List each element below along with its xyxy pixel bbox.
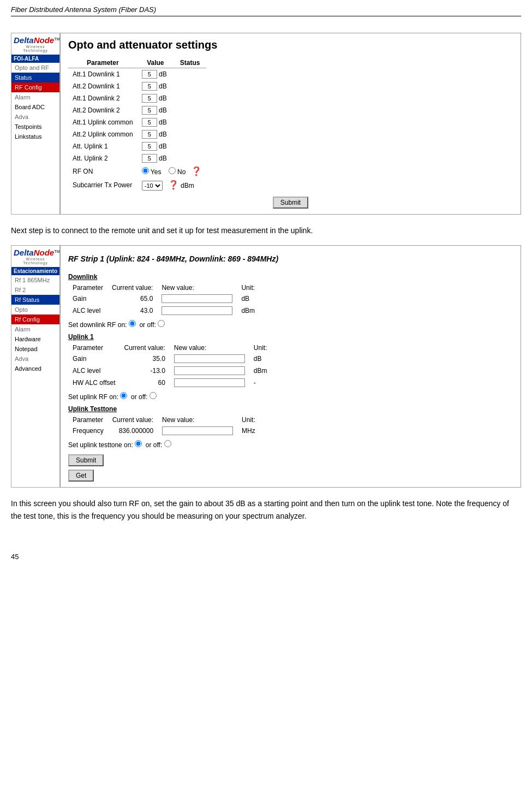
ul-gain-current: 35.0 bbox=[119, 353, 169, 365]
submit-button-2[interactable]: Submit bbox=[68, 454, 104, 466]
att1-ul-common-input[interactable] bbox=[142, 118, 157, 127]
uplink-rf-off-radio[interactable] bbox=[150, 392, 157, 399]
get-button[interactable]: Get bbox=[68, 470, 94, 482]
sidebar-logo-1: DeltaNodeTM Wireless Technology bbox=[11, 33, 59, 55]
ul-hw-alc-current: 60 bbox=[119, 377, 169, 389]
att1-dl1-input[interactable] bbox=[142, 70, 157, 79]
dl-alc-unit: dBm bbox=[237, 305, 259, 317]
logo-node-2: Node bbox=[34, 248, 55, 257]
ul-hw-alc-unit: - bbox=[249, 377, 272, 389]
dl-col-new: New value: bbox=[157, 283, 237, 293]
att2-dl2-input[interactable] bbox=[142, 106, 157, 115]
rf-on-yes-radio[interactable] bbox=[142, 167, 149, 174]
table-row: Att.1 Downlink 2 dB bbox=[68, 92, 206, 104]
downlink-section-label: Downlink bbox=[68, 273, 513, 281]
set-uplink-rf-row: Set uplink RF on: or off: bbox=[68, 392, 513, 401]
param-label: RF ON bbox=[68, 164, 138, 178]
sidebar2-adva[interactable]: Adva bbox=[11, 354, 59, 364]
att-ul2-input[interactable] bbox=[142, 154, 157, 163]
settings-table-1: Parameter Value Status Att.1 Downlink 1 … bbox=[68, 58, 206, 192]
rf-on-yes-label[interactable]: Yes bbox=[142, 168, 163, 176]
dl-alc-label: ALC level bbox=[68, 305, 107, 317]
sidebar-item-alarm[interactable]: Alarm bbox=[11, 92, 59, 102]
sidebar-item-adva[interactable]: Adva bbox=[11, 112, 59, 122]
sidebar-item-linkstatus[interactable]: Linkstatus bbox=[11, 132, 59, 141]
ul-alc-unit: dBm bbox=[249, 365, 272, 377]
sidebar2-opto[interactable]: Opto bbox=[11, 305, 59, 315]
table-row: Gain 65.0 dB bbox=[68, 293, 259, 305]
dl-col-unit: Unit: bbox=[237, 283, 259, 293]
tt-freq-current: 836.000000 bbox=[108, 425, 158, 437]
tt-col-unit: Unit: bbox=[237, 415, 260, 425]
table-row: HW ALC offset 60 - bbox=[68, 377, 272, 389]
ul-alc-label: ALC level bbox=[68, 365, 119, 377]
sidebar2-notepad[interactable]: Notepad bbox=[11, 344, 59, 354]
param-label: Att.1 Downlink 1 bbox=[68, 68, 138, 81]
sidebar2-rf1[interactable]: Rf 1 865MHz bbox=[11, 275, 59, 285]
att2-ul-common-input[interactable] bbox=[142, 130, 157, 139]
uplink-rf-on-radio[interactable] bbox=[120, 392, 127, 399]
sidebar-item-opto[interactable]: Opto and RF bbox=[11, 63, 59, 73]
set-testtone-row: Set uplink testtone on: or off: bbox=[68, 440, 513, 449]
table-row: ALC level 43.0 dBm bbox=[68, 305, 259, 317]
dl-col-param: Parameter bbox=[68, 283, 107, 293]
sidebar-item-testpoints[interactable]: Testpoints bbox=[11, 122, 59, 132]
table-row: Subcarrier Tx Power -10 ❓ dBm bbox=[68, 178, 206, 192]
param-label: Subcarrier Tx Power bbox=[68, 178, 138, 192]
testtone-off-radio[interactable] bbox=[164, 440, 171, 447]
sidebar-item-status[interactable]: Status bbox=[11, 73, 59, 82]
ul-alc-new-input[interactable] bbox=[174, 366, 245, 375]
table-row: Frequency 836.000000 MHz bbox=[68, 425, 260, 437]
dl-gain-unit: dB bbox=[237, 293, 259, 305]
uplink1-section-label: Uplink 1 bbox=[68, 333, 513, 341]
param-label: Att. Uplink 2 bbox=[68, 152, 138, 164]
col-value: Value bbox=[138, 58, 174, 68]
att1-dl2-input[interactable] bbox=[142, 94, 157, 103]
sidebar-device-name-2: Estacionamiento bbox=[11, 267, 59, 275]
sidebar-1: DeltaNodeTM Wireless Technology FOI-ALFA… bbox=[11, 33, 60, 215]
rf-on-no-label[interactable]: No bbox=[169, 168, 188, 176]
ul-hw-alc-label: HW ALC offset bbox=[68, 377, 119, 389]
ul-col-unit: Unit: bbox=[249, 343, 272, 353]
ul-hw-alc-new-input[interactable] bbox=[174, 378, 245, 387]
main-panel-1: Opto and attenuator settings Parameter V… bbox=[60, 33, 521, 215]
ul-gain-unit: dB bbox=[249, 353, 272, 365]
ul-gain-new-input[interactable] bbox=[174, 354, 245, 363]
uplink1-table: Parameter Current value: New value: Unit… bbox=[68, 343, 272, 389]
param-label: Att. Uplink 1 bbox=[68, 140, 138, 152]
submit-button-1[interactable]: Submit bbox=[273, 197, 308, 209]
table-row: Att. Uplink 2 dB bbox=[68, 152, 206, 164]
tt-freq-new-input[interactable] bbox=[162, 426, 233, 435]
table-row: Att. Uplink 1 dB bbox=[68, 140, 206, 152]
param-label: Att.2 Downlink 2 bbox=[68, 104, 138, 116]
sidebar2-alarm[interactable]: Alarm bbox=[11, 324, 59, 334]
sidebar2-rfstatus[interactable]: Rf Status bbox=[11, 295, 59, 305]
tt-freq-label: Frequency bbox=[68, 425, 108, 437]
subcarrier-select[interactable]: -10 bbox=[142, 181, 163, 191]
sidebar2-hardware[interactable]: Hardware bbox=[11, 334, 59, 344]
att-ul1-input[interactable] bbox=[142, 142, 157, 151]
tt-col-new: New value: bbox=[158, 415, 237, 425]
sidebar-2: DeltaNodeTM Wireless Technology Estacion… bbox=[11, 245, 60, 488]
help-icon-subcarrier: ❓ bbox=[168, 180, 179, 189]
testtone-on-radio[interactable] bbox=[135, 440, 142, 447]
sidebar2-rfconfig[interactable]: Rf Config bbox=[11, 315, 59, 324]
logo-node-1: Node bbox=[34, 35, 55, 45]
table-row: Att.2 Downlink 2 dB bbox=[68, 104, 206, 116]
sidebar-item-boardadc[interactable]: Board ADC bbox=[11, 102, 59, 112]
downlink-rf-on-radio[interactable] bbox=[129, 320, 136, 327]
sidebar2-rf2[interactable]: Rf 2 bbox=[11, 285, 59, 295]
att2-dl1-input[interactable] bbox=[142, 82, 157, 91]
param-label: Att.2 Uplink common bbox=[68, 128, 138, 140]
table-row: Att.1 Downlink 1 dB bbox=[68, 68, 206, 81]
logo-delta-1: Delta bbox=[14, 35, 34, 45]
dl-alc-new-input[interactable] bbox=[162, 306, 232, 315]
rf-on-no-radio[interactable] bbox=[169, 167, 176, 174]
downlink-rf-off-radio[interactable] bbox=[158, 320, 165, 327]
sidebar2-advanced[interactable]: Advanced bbox=[11, 364, 59, 373]
help-icon-rfon: ❓ bbox=[191, 167, 202, 176]
dl-gain-new-input[interactable] bbox=[162, 294, 232, 303]
sidebar-item-rfconfig[interactable]: RF Config bbox=[11, 82, 59, 92]
paragraph-2: In this screen you should also turn RF o… bbox=[11, 497, 521, 522]
page-header: Fiber Distributed Antenna System (Fiber … bbox=[11, 5, 521, 16]
